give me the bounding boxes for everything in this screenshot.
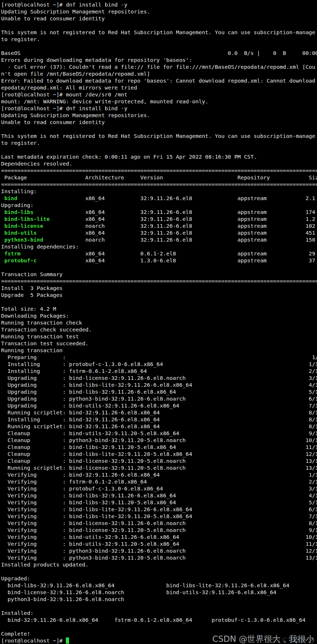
terminal-line: [root@localhost ~]# dnf install bind -y (1, 105, 317, 112)
csdn-watermark: 51CTO博客 CSDN @世界很大，我很小 (212, 636, 314, 643)
terminal-text: ========================================… (1, 278, 317, 284)
terminal-text: Cleanup : bind-libs-32:9.11.20-5.el8.x86… (1, 444, 317, 450)
terminal-line: Verifying : bind-utils-32:9.11.26-6.el8.… (1, 533, 317, 540)
terminal-line: bind-utils x86_64 32:9.11.26-6.el8 appst… (1, 229, 317, 236)
terminal-text (1, 195, 4, 201)
terminal-text: Verifying : python3-bind-32:9.11.20-5.el… (1, 554, 317, 561)
terminal-text: Running scriptlet: bind-32:9.11.26-6.el8… (1, 423, 317, 429)
terminal-line: Installed: (1, 609, 317, 616)
terminal-line: Upgrading : bind-utils-32:9.11.26-6.el8.… (1, 402, 317, 409)
terminal-line: bind-libs x86_64 32:9.11.26-6.el8 appstr… (1, 208, 317, 215)
package-name: bind (4, 195, 17, 201)
terminal-text (1, 236, 4, 243)
terminal-text: Cleanup : bind-license-32:9.11.20-5.el8.… (1, 458, 317, 464)
terminal-line: Verifying : bind-libs-lite-32:9.11.26-6.… (1, 506, 317, 513)
terminal-text: Running scriptlet: bind-license-32:9.11.… (1, 465, 317, 471)
terminal-text: Verifying : protobuf-c-1.3.0-6.el8.x86_6… (1, 485, 317, 492)
terminal-line (1, 264, 317, 271)
terminal-text: Unable to read consumer identity (1, 15, 105, 21)
package-name: bind-license (4, 223, 43, 229)
terminal-line: bind-32:9.11.26-6.el8.x86_64 fstrm-0.6.1… (1, 616, 317, 623)
terminal-line: Installing: (1, 188, 317, 195)
terminal-line: Running transaction (1, 347, 317, 354)
terminal-text: Downloading Packages: (1, 313, 69, 319)
terminal-text (1, 230, 4, 236)
terminal-text: Verifying : fstrm-0.6.1-2.el8.x86_64 2/1… (1, 478, 317, 485)
terminal-text: Verifying : bind-libs-lite-32:9.11.20-5.… (1, 513, 317, 519)
terminal-text: Updating Subscription Management reposit… (1, 8, 150, 15)
terminal-line: This system is not registered to Red Hat… (1, 132, 317, 139)
terminal-line: Verifying : protobuf-c-1.3.0-6.el8.x86_6… (1, 485, 317, 492)
terminal-line (1, 298, 317, 305)
terminal-text: Upgrading : bind-libs-32:9.11.26-6.el8.x… (1, 389, 317, 395)
terminal-text: x86_64 32:9.11.26-6.el8 appstream 451 k (37, 230, 317, 236)
terminal-text: Last metadata expiration check: 0:00:11 … (1, 154, 257, 160)
terminal-text: Upgrading : python3-bind-32:9.11.26-6.el… (1, 395, 317, 402)
terminal-text: x86_64 1.3.0-6.el8 appstream 37 k (37, 257, 317, 263)
terminal-screen[interactable]: [root@localhost ~]# dnf install bind -yU… (0, 0, 317, 644)
terminal-text: Verifying : bind-32:9.11.26-6.el8.x86_64… (1, 472, 317, 478)
terminal-line: Verifying : python3-bind-32:9.11.26-6.el… (1, 547, 317, 554)
terminal-line: mount: /mnt: WARNING: device write-prote… (1, 98, 317, 105)
terminal-text: Installing : protobuf-c-1.3.0-6.el8.x86_… (1, 361, 317, 367)
terminal-line: Preparing : 1/1 (1, 354, 317, 361)
terminal-text: Transaction test succeeded. (1, 340, 89, 346)
terminal-line: Cleanup : bind-libs-32:9.11.20-5.el8.x86… (1, 444, 317, 450)
terminal-line: python3-bind noarch 32:9.11.26-6.el8 app… (1, 236, 317, 243)
terminal-line (1, 22, 317, 29)
terminal-text: Running transaction check (1, 319, 82, 326)
terminal-line: [root@localhost ~]# dnf install bind -y (1, 1, 317, 8)
terminal-text: Verifying : bind-libs-lite-32:9.11.26-6.… (1, 506, 317, 512)
terminal-text: Verifying : bind-license-32:9.11.26-6.el… (1, 520, 317, 526)
terminal-line: epodata/repomd.xml: All mirrors were tri… (1, 84, 317, 91)
terminal-text: x86_64 32:9.11.26-6.el8 appstream 1.2 M (50, 216, 317, 222)
terminal-text (1, 223, 4, 229)
terminal-text: [root@localhost ~]# dnf install bind -y (1, 105, 127, 111)
terminal-line: Updating Subscription Management reposit… (1, 8, 317, 15)
terminal-line: Last metadata expiration check: 0:00:11 … (1, 153, 317, 160)
terminal-text: [root@localhost ~]# mount /dev/sr0 /mnt (1, 91, 127, 98)
terminal-text: Unable to read consumer identity (1, 119, 105, 125)
terminal-line: Total size: 4.2 M (1, 305, 317, 312)
terminal-line (1, 623, 317, 630)
terminal-text: Preparing : 1/1 (1, 354, 317, 360)
package-name: fstrm (4, 250, 21, 257)
terminal-line: Cleanup : bind-utils-32:9.11.20-5.el8.x8… (1, 430, 317, 437)
terminal-text: Installed products updated. (1, 561, 89, 568)
terminal-line: Verifying : python3-bind-32:9.11.20-5.el… (1, 554, 317, 561)
package-name: bind-libs (4, 209, 33, 215)
terminal-line: bind x86_64 32:9.11.26-6.el8 appstream 2… (1, 195, 317, 202)
terminal-text: mount: /mnt: WARNING: device write-prote… (1, 98, 208, 104)
terminal-line: Cleanup : python3-bind-32:9.11.20-5.el8.… (1, 437, 317, 444)
terminal-text: This system is not registered to Red Hat… (1, 133, 315, 139)
terminal-line: Installing dependencies: (1, 243, 317, 250)
terminal-line: Error: Failed to download metadata for r… (1, 77, 317, 84)
terminal-text: Running transaction test (1, 333, 79, 339)
terminal-line (1, 568, 317, 575)
terminal-line: Transaction test succeeded. (1, 340, 317, 347)
terminal-line (1, 603, 317, 609)
terminal-text: Cleanup : bind-libs-lite-32:9.11.20-5.el… (1, 451, 317, 457)
terminal-line (1, 146, 317, 153)
terminal-text: Verifying : bind-utils-32:9.11.20-5.el8.… (1, 541, 317, 547)
terminal-text: Verifying : bind-libs-32:9.11.26-6.el8.x… (1, 492, 317, 498)
terminal-text: Installed: (1, 610, 33, 616)
terminal-text: noarch 32:9.11.26-6.el8 appstream 102 k (43, 223, 317, 229)
terminal-text: Upgrade 5 Packages (1, 292, 63, 298)
terminal-text: BaseOS 0.0 B/s | 0 B 00:00 (1, 50, 317, 56)
terminal-line: Package Architecture Version Repository … (1, 174, 317, 181)
terminal-text: to register. (1, 140, 40, 146)
terminal-text: bind-libs-32:9.11.26-6.el8.x86_64 bind-l… (1, 582, 289, 588)
package-name: bind-utils (4, 230, 37, 236)
terminal-line (1, 43, 317, 49)
terminal-text: noarch 32:9.11.26-6.el8 appstream 150 k (43, 236, 317, 243)
terminal-line: [root@localhost ~]# mount /dev/sr0 /mnt (1, 91, 317, 98)
terminal-text: Dependencies resolved. (1, 160, 72, 167)
terminal-text: Installing: (1, 188, 37, 194)
terminal-line: Cleanup : bind-libs-lite-32:9.11.20-5.el… (1, 450, 317, 457)
terminal-line: to register. (1, 139, 317, 146)
terminal-text (1, 257, 4, 263)
terminal-text: Verifying : bind-utils-32:9.11.26-6.el8.… (1, 534, 317, 540)
terminal-line: Upgrading : bind-libs-32:9.11.26-6.el8.x… (1, 388, 317, 395)
package-name: protobuf-c (4, 257, 37, 263)
